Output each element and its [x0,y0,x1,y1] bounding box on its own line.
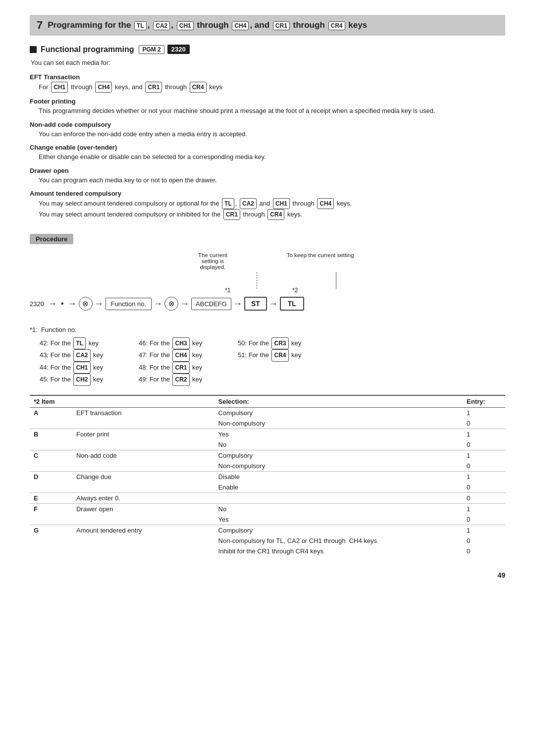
cell-sel-g3: Inhibit for the CR1 through CR4 keys [214,546,463,556]
col-header-entry: Entry: [463,395,505,408]
star2-label: *2 [292,287,298,294]
table-header-row: *2 Item Selection: Entry: [30,395,505,408]
table-row: No 0 [30,439,505,450]
fn-item-44: 44: For the CH1 key [40,362,139,374]
cell-item-c2 [30,461,72,472]
solid-line-1 [336,272,336,289]
cell-sel-d2: Enable [214,482,463,493]
cell-entry-f1: 1 [463,503,505,514]
flow-dashed-lines: *1 *2 [30,272,505,297]
flow-arrow-5: → [180,299,189,309]
cell-sel-e [214,492,463,503]
key-ch4-amt: CH4 [317,198,334,209]
flow-circle-2: ⊗ [164,297,178,311]
key-tl-fn: TL [73,337,86,349]
key-ch1-eft: CH1 [51,82,68,93]
flow-arrow-4: → [154,299,162,309]
key-cr4-eft: CR4 [190,82,207,93]
fn-col-2: 46: For the CH3 key 47: For the CH4 key … [139,337,238,386]
cell-sel-a1: Compulsory [214,407,463,418]
flow-st: ST [244,297,267,311]
cell-sel-b2: No [214,439,463,450]
cell-sel-f1: No [214,503,463,514]
subsection-footer: Footer printing This programming decides… [30,98,505,116]
key-cr4-amt: CR4 [268,209,284,220]
subsection-change: Change enable (over-tender) Either chang… [30,144,505,162]
cell-item-d: D [30,471,72,482]
key-cr1-amt: CR1 [223,209,240,220]
chapter-number: 7 [37,19,43,32]
cell-item-f: F [30,503,72,514]
key-tl: TL [134,21,147,30]
cell-entry-g2: 0 [463,536,505,546]
cell-desc-d2 [72,482,214,493]
cell-desc-g2 [72,536,214,546]
cell-sel-g2: Non-compulsory for TL, CA2 or CH1 throug… [214,536,463,546]
subsection-amount: Amount tendered compulsory You may selec… [30,190,505,220]
flow-arrow-3: → [95,299,104,309]
table-row: Non-compulsory 0 [30,418,505,429]
key-ca2-amt: CA2 [240,198,257,209]
key-cr1-eft: CR1 [145,82,162,93]
fn-notes-grid: 42: For the TL key 43: For the CA2 key 4… [40,337,505,386]
section-square-icon [30,46,37,53]
flow-function-no: Function no. [106,298,152,310]
cell-item-b2 [30,439,72,450]
fn-notes: *1: Function no. 42: For the TL key 43: … [30,324,505,386]
cell-item-g2 [30,536,72,546]
cell-entry-e: 0 [463,492,505,503]
flow-abcdefg: ABCDEFG [191,298,231,310]
flow-dot: • [61,299,64,308]
key-ca2-fn: CA2 [73,349,90,361]
cell-desc-a: EFT transaction [72,407,214,418]
subsection-body-eft: For CH1 through CH4 keys, and CR1 throug… [39,82,505,93]
cell-entry-f2: 0 [463,514,505,525]
cell-desc-b: Footer print [72,429,214,439]
cell-entry-c2: 0 [463,461,505,472]
col-header-item: *2 Item [30,395,72,408]
cell-entry-a1: 1 [463,407,505,418]
fn-note-header: *1: Function no. [30,324,505,335]
cell-item-a2 [30,418,72,429]
dashed-connector-1 [257,272,257,289]
procedure-label: Procedure [30,234,73,244]
chapter-title-prefix: Programming for the [48,20,131,30]
col-header-sel: Selection: [214,395,463,408]
annotation-current-setting: The currentsetting isdisplayed. [198,252,227,270]
intro-text: You can set each media for: [31,59,505,66]
flow-circle-1: ⊗ [79,297,93,311]
fn-item-43: 43: For the CA2 key [40,349,139,361]
table-row: A EFT transaction Compulsory 1 [30,407,505,418]
cell-desc-c2 [72,461,214,472]
flow-annotations-top: The currentsetting isdisplayed. To keep … [198,252,505,270]
subsection-body-amount: You may select amount tendered compulsor… [39,198,505,220]
subsection-nonadd: Non-add code compulsory You can enforce … [30,121,505,139]
key-cr4: CR4 [328,21,345,30]
key-ca2: CA2 [153,21,170,30]
pgm-badge: PGM 2 [139,45,164,54]
fn-item-49: 49: For the CR2 key [139,374,238,385]
cell-desc-f2 [72,514,214,525]
cell-sel-c1: Compulsory [214,450,463,461]
cell-entry-a2: 0 [463,418,505,429]
cell-desc-d: Change due [72,471,214,482]
subsection-title-change: Change enable (over-tender) [30,144,505,151]
fn-item-48: 48: For the CR1 key [139,362,238,374]
table-row: G Amount tendered entry Compulsory 1 [30,525,505,536]
table-row: Non-compulsory for TL, CA2 or CH1 throug… [30,536,505,546]
fn-item-47: 47: For the CH4 key [139,349,238,361]
annotation-current-text: The currentsetting isdisplayed. [198,252,227,270]
table-row: B Footer print Yes 1 [30,429,505,439]
fn-item-51: 51: For the CR4 key [238,349,337,361]
key-ch1: CH1 [177,21,194,30]
fn-col-3: 50: For the CR3 key 51: For the CR4 key [238,337,337,386]
cell-sel-g1: Compulsory [214,525,463,536]
cell-desc-c: Non-add code [72,450,214,461]
table-row: Non-compulsory 0 [30,461,505,472]
table-row: Inhibit for the CR1 through CR4 keys 0 [30,546,505,556]
cell-desc-f: Drawer open [72,503,214,514]
key-cr1: CR1 [273,21,290,30]
cell-item-d2 [30,482,72,493]
key-cr3-fn: CR3 [271,337,288,349]
key-ch4: CH4 [232,21,249,30]
